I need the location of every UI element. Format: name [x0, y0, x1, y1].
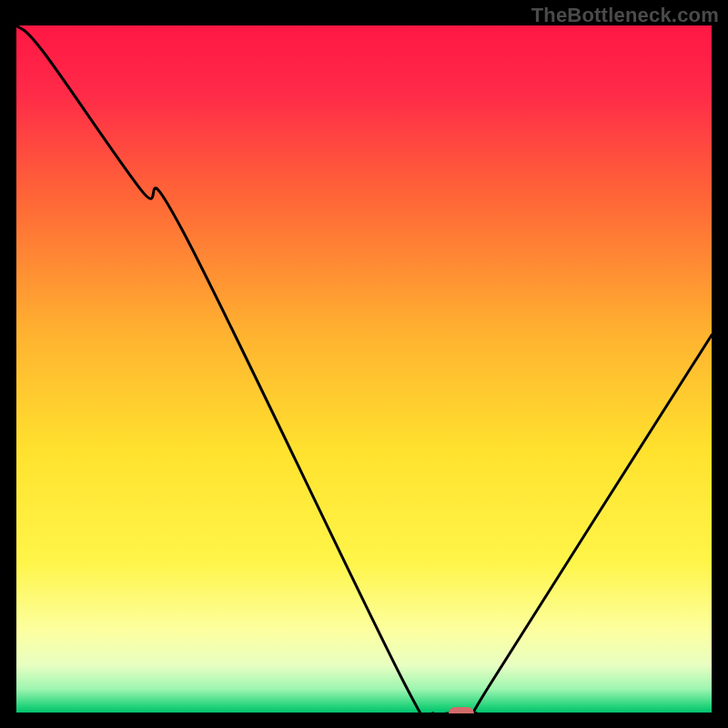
optimal-marker	[449, 707, 474, 713]
watermark-text: TheBottleneck.com	[531, 4, 719, 27]
plot-area	[16, 25, 712, 713]
chart-frame: TheBottleneck.com	[0, 0, 728, 728]
gradient-background	[16, 25, 712, 713]
bottleneck-chart	[16, 25, 712, 713]
